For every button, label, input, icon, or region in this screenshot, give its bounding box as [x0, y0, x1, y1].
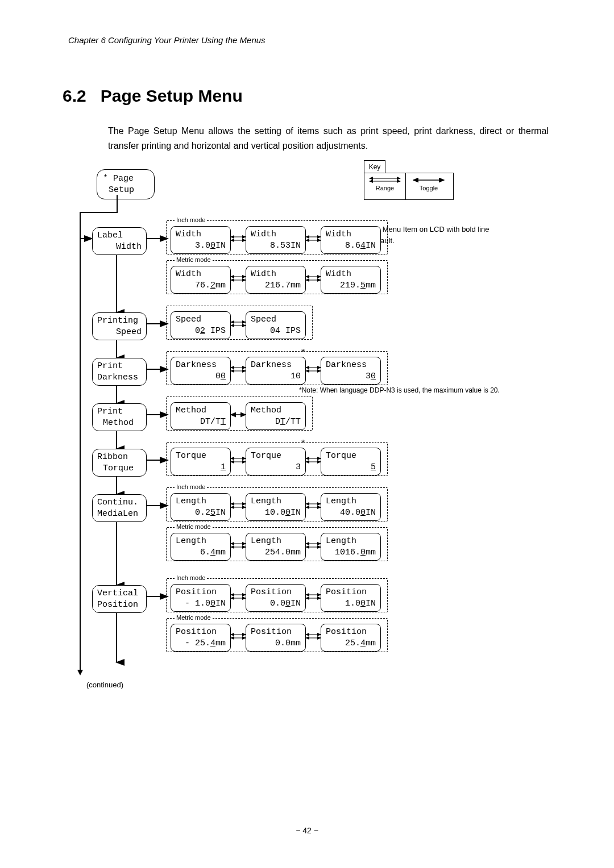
mode-inch2: Inch mode: [175, 483, 206, 490]
pos-mm-2: Position0.0mm: [246, 624, 306, 652]
menu-label-width: LabelWidth: [92, 227, 147, 255]
star-torque: *: [301, 439, 305, 449]
note-darkness: *Note: When language DDP-N3 is used, the…: [299, 385, 500, 395]
width-in-1: Width3.00IN: [171, 226, 231, 254]
pos-mm-3: Position25.4mm: [321, 624, 381, 652]
menu-ribbon-torque: RibbonTorque: [92, 449, 147, 477]
method-2: MethodDT/TT: [246, 402, 306, 430]
mode-inch: Inch mode: [175, 216, 206, 223]
mode-metric2: Metric mode: [175, 523, 212, 530]
section-title: 6.2 Page Setup Menu: [63, 86, 243, 106]
pos-mm-1: Position- 25.4mm: [171, 624, 231, 652]
darkness-1: Darkness00: [171, 357, 231, 385]
mode-inch3: Inch mode: [175, 574, 206, 581]
torque-2: Torque3: [246, 448, 306, 475]
len-in-2: Length10.00IN: [246, 493, 306, 521]
chapter-header: Chapter 6 Configuring Your Printer Using…: [68, 35, 265, 45]
torque-1: Torque1: [171, 448, 231, 475]
len-in-3: Length40.00IN: [321, 493, 381, 521]
darkness-2: Darkness10: [246, 357, 306, 385]
pos-in-2: Position0.00IN: [246, 584, 306, 612]
speed-2: Speed04 IPS: [246, 311, 306, 339]
intro-paragraph: The Page Setup Menu allows the setting o…: [108, 124, 549, 153]
mode-metric: Metric mode: [175, 256, 212, 263]
section-number: 6.2: [63, 86, 86, 105]
speed-1: Speed02 IPS: [171, 311, 231, 339]
width-mm-3: Width219.5mm: [321, 266, 381, 294]
width-in-3: Width8.64IN: [321, 226, 381, 254]
menu-vertical-position: VerticalPosition: [92, 585, 147, 613]
len-mm-2: Length254.0mm: [246, 533, 306, 561]
width-mm-2: Width216.7mm: [246, 266, 306, 294]
darkness-3: Darkness30: [321, 357, 381, 385]
menu-print-method: PrintMethod: [92, 403, 147, 431]
pos-in-1: Position- 1.00IN: [171, 584, 231, 612]
pos-in-3: Position1.00IN: [321, 584, 381, 612]
len-mm-1: Length6.4mm: [171, 533, 231, 561]
torque-3: Torque5: [321, 448, 381, 475]
menu-printing-speed: PrintingSpeed: [92, 312, 147, 340]
width-mm-1: Width76.2mm: [171, 266, 231, 294]
width-in-2: Width8.53IN: [246, 226, 306, 254]
menu-continu-medialen: Continu.MediaLen: [92, 494, 147, 522]
len-mm-3: Length1016.0mm: [321, 533, 381, 561]
len-in-1: Length0.25IN: [171, 493, 231, 521]
mode-metric3: Metric mode: [175, 614, 212, 621]
continued-label: (continued): [86, 681, 123, 689]
page-number: − 42 −: [0, 826, 614, 835]
menu-diagram: Key Range Toggle Note: Menu Item on LCD …: [80, 153, 534, 721]
star-darkness: *: [301, 348, 305, 358]
section-name: Page Setup Menu: [101, 86, 243, 105]
menu-print-darkness: PrintDarkness: [92, 358, 147, 386]
method-1: MethodDT/TT: [171, 402, 231, 430]
